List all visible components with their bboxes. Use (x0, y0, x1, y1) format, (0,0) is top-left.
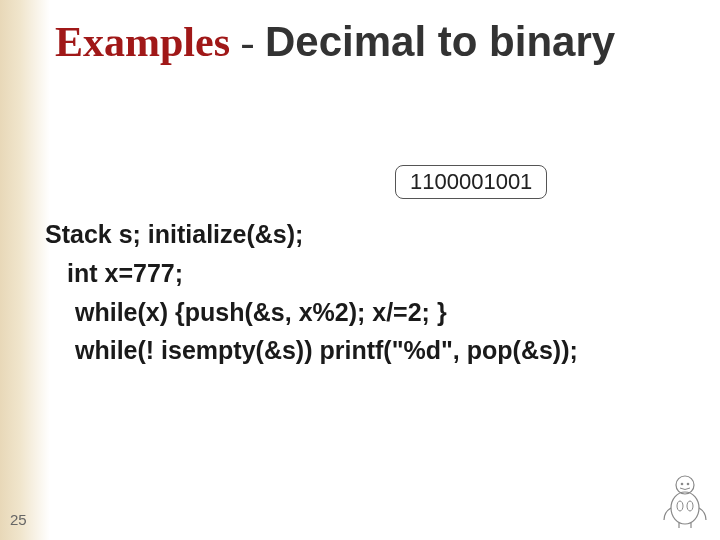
code-line: int x=777; (45, 254, 578, 293)
svg-point-2 (687, 483, 690, 486)
code-line: Stack s; initialize(&s); (45, 215, 578, 254)
svg-point-3 (671, 492, 699, 524)
title-dash: - (230, 19, 265, 65)
svg-point-0 (676, 476, 694, 494)
logo-icon (660, 470, 710, 530)
title-subject: Decimal to binary (265, 18, 615, 65)
binary-result-box: 1100001001 (395, 165, 547, 199)
left-gradient-decoration (0, 0, 50, 540)
title-examples: Examples (55, 19, 230, 65)
svg-point-4 (677, 501, 683, 511)
code-block: Stack s; initialize(&s); int x=777; whil… (45, 215, 578, 370)
page-number: 25 (10, 511, 27, 528)
binary-result-value: 1100001001 (410, 169, 532, 194)
slide-title: Examples - Decimal to binary (55, 18, 615, 66)
code-line: while(! isempty(&s)) printf("%d", pop(&s… (45, 331, 578, 370)
svg-point-1 (681, 483, 684, 486)
code-line: while(x) {push(&s, x%2); x/=2; } (45, 293, 578, 332)
svg-point-5 (687, 501, 693, 511)
